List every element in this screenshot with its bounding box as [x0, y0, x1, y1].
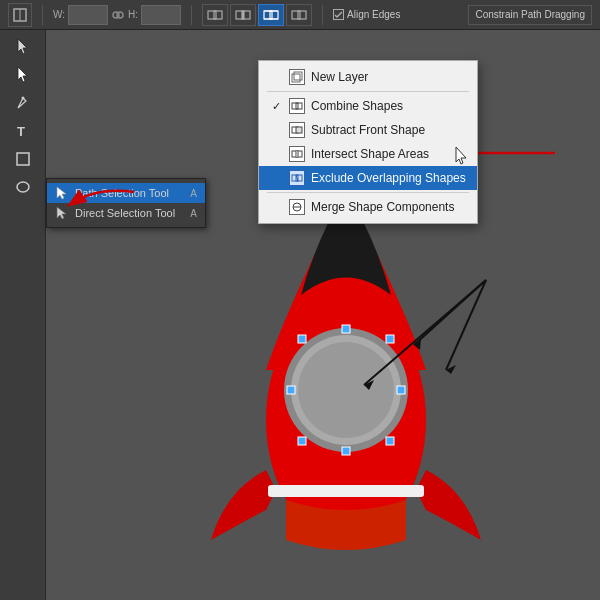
- svg-rect-16: [298, 11, 306, 19]
- ellipse-tool-btn[interactable]: [4, 174, 42, 200]
- svg-rect-15: [292, 11, 300, 19]
- menu-exclude-overlapping[interactable]: Exclude Overlapping Shapes: [259, 166, 477, 190]
- align-edges-group: Align Edges: [333, 9, 400, 20]
- svg-marker-18: [18, 67, 27, 82]
- svg-point-22: [17, 182, 29, 192]
- direct-shortcut: A: [190, 208, 197, 219]
- svg-rect-52: [386, 335, 394, 343]
- intersect-label: Intersect Shape Areas: [311, 147, 429, 161]
- combine-icon: [289, 98, 305, 114]
- svg-marker-23: [57, 187, 66, 199]
- path-shortcut: A: [190, 188, 197, 199]
- path-selection-tool-item[interactable]: Path Selection Tool A: [47, 183, 205, 203]
- intersect-icon: [289, 146, 305, 162]
- new-layer-label: New Layer: [311, 70, 368, 84]
- separator-3: [322, 5, 323, 25]
- svg-point-46: [298, 342, 394, 438]
- menu-intersect[interactable]: Intersect Shape Areas: [259, 142, 477, 166]
- svg-rect-28: [292, 103, 298, 109]
- menu-merge-components[interactable]: Merge Shape Components: [259, 195, 477, 219]
- pen-tool-btn[interactable]: [4, 90, 42, 116]
- svg-rect-47: [287, 386, 295, 394]
- svg-rect-49: [342, 325, 350, 333]
- svg-rect-27: [294, 72, 302, 80]
- svg-rect-54: [386, 437, 394, 445]
- align-edges-checkbox[interactable]: [333, 9, 344, 20]
- new-layer-icon: [289, 69, 305, 85]
- constrain-label: Constrain Path Dragging: [475, 9, 585, 20]
- shape-btn-2[interactable]: [230, 4, 256, 26]
- canvas-area: T Path Selection Tool A Direct Selection…: [0, 30, 600, 600]
- svg-marker-17: [18, 39, 27, 54]
- shape-btn-3[interactable]: [258, 4, 284, 26]
- link-icon: [111, 8, 125, 22]
- subtract-front-label: Subtract Front Shape: [311, 123, 425, 137]
- tool-popup: Path Selection Tool A Direct Selection T…: [46, 178, 206, 228]
- align-edges-label: Align Edges: [347, 9, 400, 20]
- direct-selection-tool-item[interactable]: Direct Selection Tool A: [47, 203, 205, 223]
- svg-rect-21: [17, 153, 29, 165]
- svg-point-3: [117, 12, 123, 18]
- separator-2: [191, 5, 192, 25]
- combine-shapes-label: Combine Shapes: [311, 99, 403, 113]
- type-tool-btn[interactable]: T: [4, 118, 42, 144]
- menu-combine-shapes[interactable]: ✓ Combine Shapes: [259, 94, 477, 118]
- shape-btn-4[interactable]: [286, 4, 312, 26]
- path-selection-label: Path Selection Tool: [75, 187, 169, 199]
- svg-rect-10: [270, 11, 278, 19]
- svg-rect-53: [298, 437, 306, 445]
- merge-icon: [289, 199, 305, 215]
- direct-selection-tool-btn[interactable]: [4, 62, 42, 88]
- selection-tool-btn[interactable]: [4, 34, 42, 60]
- exclude-label: Exclude Overlapping Shapes: [311, 171, 466, 185]
- svg-rect-8: [242, 11, 244, 19]
- exclude-icon: [289, 170, 305, 186]
- svg-rect-43: [268, 485, 424, 497]
- svg-rect-4: [208, 11, 216, 19]
- rect-tool-btn[interactable]: [4, 146, 42, 172]
- svg-rect-50: [342, 447, 350, 455]
- h-input[interactable]: [141, 5, 181, 25]
- w-input[interactable]: [68, 5, 108, 25]
- svg-rect-26: [292, 74, 300, 82]
- menu-divider-2: [267, 192, 469, 193]
- constrain-btn[interactable]: Constrain Path Dragging: [468, 5, 592, 25]
- subtract-icon: [289, 122, 305, 138]
- svg-rect-5: [214, 11, 222, 19]
- top-toolbar: W: H: Align Edges: [0, 0, 600, 30]
- path-selection-icon: [55, 186, 69, 200]
- svg-rect-29: [296, 103, 302, 109]
- menu-new-layer[interactable]: New Layer: [259, 65, 477, 89]
- direct-selection-icon: [55, 206, 69, 220]
- svg-rect-34: [296, 151, 298, 157]
- separator-1: [42, 5, 43, 25]
- svg-rect-9: [264, 11, 272, 19]
- toolbar-icon-1[interactable]: [8, 3, 32, 27]
- merge-label: Merge Shape Components: [311, 200, 454, 214]
- svg-point-19: [21, 97, 24, 100]
- toolbox: T: [0, 30, 46, 600]
- menu-subtract-front[interactable]: Subtract Front Shape: [259, 118, 477, 142]
- svg-rect-31: [296, 127, 302, 133]
- menu-divider-1: [267, 91, 469, 92]
- svg-text:T: T: [17, 124, 25, 139]
- direct-selection-label: Direct Selection Tool: [75, 207, 175, 219]
- svg-line-56: [446, 280, 486, 370]
- svg-marker-24: [57, 207, 66, 219]
- svg-rect-48: [397, 386, 405, 394]
- svg-rect-51: [298, 335, 306, 343]
- dropdown-menu: New Layer ✓ Combine Shapes Subtract Fron…: [258, 60, 478, 224]
- w-label: W:: [53, 9, 65, 20]
- shape-ops: [202, 4, 312, 26]
- h-label: H:: [128, 9, 138, 20]
- shape-btn-1[interactable]: [202, 4, 228, 26]
